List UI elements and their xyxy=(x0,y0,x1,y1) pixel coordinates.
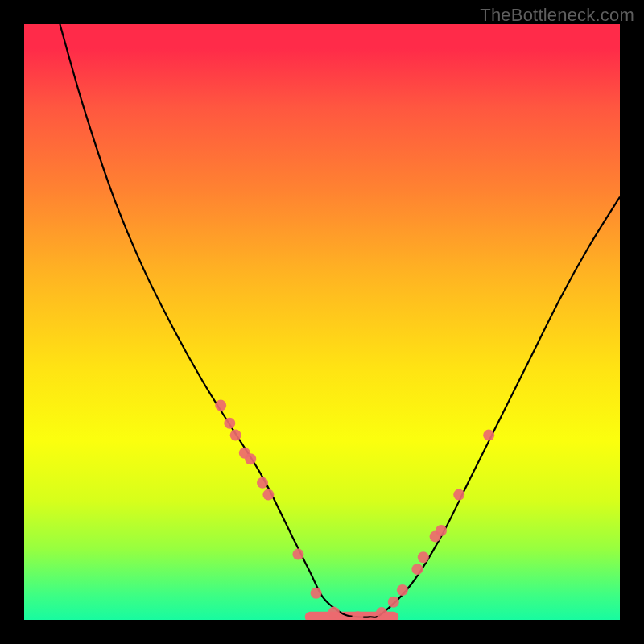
svg-point-18 xyxy=(436,525,447,536)
chart-svg xyxy=(24,24,620,620)
svg-point-5 xyxy=(245,453,256,464)
svg-point-16 xyxy=(418,551,429,563)
svg-point-19 xyxy=(453,489,464,501)
chart-frame: TheBottleneck.com xyxy=(0,0,644,644)
svg-point-20 xyxy=(483,430,494,441)
svg-point-14 xyxy=(397,584,408,596)
svg-point-6 xyxy=(257,477,268,489)
svg-point-10 xyxy=(328,606,340,617)
watermark-text: TheBottleneck.com xyxy=(480,5,634,26)
svg-point-7 xyxy=(262,489,274,501)
svg-point-9 xyxy=(311,588,322,599)
svg-point-8 xyxy=(292,549,303,560)
plot-area xyxy=(24,24,620,620)
svg-point-3 xyxy=(230,430,242,441)
svg-point-15 xyxy=(411,564,423,575)
svg-point-2 xyxy=(224,418,235,429)
svg-point-12 xyxy=(376,607,387,618)
curve-path xyxy=(60,24,620,617)
svg-point-1 xyxy=(215,400,226,411)
markers-group xyxy=(215,400,494,620)
svg-point-13 xyxy=(388,597,399,608)
